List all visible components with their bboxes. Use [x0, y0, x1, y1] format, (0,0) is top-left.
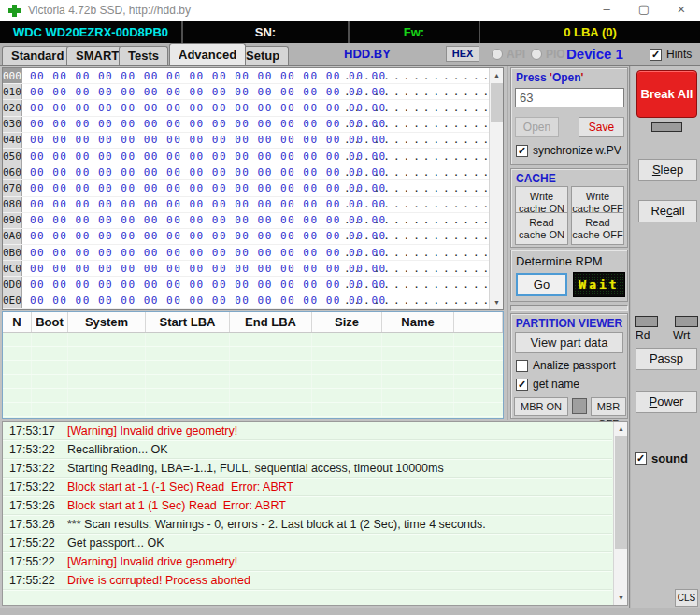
tab-tests[interactable]: Tests: [119, 46, 168, 65]
break-all-button[interactable]: Break All: [636, 70, 697, 118]
close-button[interactable]: ×: [663, 0, 700, 21]
partition-table-row[interactable]: [3, 389, 503, 403]
log-entry[interactable]: 17:53:22Block start at -1 (-1 Sec) Read …: [3, 478, 612, 496]
partition-table-cell: [382, 361, 454, 374]
log-scrollbar[interactable]: ▲ ▼: [613, 422, 627, 605]
hex-row[interactable]: 07000 00 00 00 00 00 00 00 00 00 00 00 0…: [3, 180, 490, 196]
tab-standard[interactable]: Standard: [2, 46, 73, 65]
hints-checkbox[interactable]: ✓: [650, 49, 662, 61]
hex-row[interactable]: 03000 00 00 00 00 00 00 00 00 00 00 00 0…: [3, 117, 490, 133]
hex-button[interactable]: HEX: [446, 46, 479, 62]
api-radio[interactable]: [492, 49, 503, 60]
hex-row[interactable]: 0E000 00 00 00 00 00 00 00 00 00 00 00 0…: [3, 293, 490, 309]
column-header-end-lba[interactable]: End LBA: [230, 312, 312, 332]
log-scrollbar-thumb[interactable]: [615, 436, 627, 549]
log-entry[interactable]: 17:53:26Block start at 1 (1 Sec) Read Er…: [3, 496, 612, 515]
maximize-button[interactable]: ▢: [625, 0, 663, 21]
hex-row[interactable]: 0D000 00 00 00 00 00 00 00 00 00 00 00 0…: [3, 277, 490, 293]
hex-row[interactable]: 0C000 00 00 00 00 00 00 00 00 00 00 00 0…: [3, 261, 490, 277]
log-entry[interactable]: 17:55:22Drive is corrupted! Process abor…: [3, 571, 612, 590]
pio-radio[interactable]: [531, 49, 542, 60]
scroll-up-icon[interactable]: ▲: [490, 68, 504, 82]
sound-checkbox[interactable]: ✓: [635, 452, 647, 465]
column-header-n[interactable]: N: [3, 312, 32, 332]
log-entry[interactable]: 17:53:22Starting Reading, LBA=-1..1, FUL…: [3, 459, 612, 478]
partition-table-cell: [32, 333, 68, 346]
column-header-boot[interactable]: Boot: [32, 312, 68, 332]
log-entry[interactable]: 17:53:26*** Scan results: Warnings - 0, …: [3, 515, 612, 534]
hex-row[interactable]: 0A000 00 00 00 00 00 00 00 00 00 00 00 0…: [3, 229, 490, 245]
sound-toggle[interactable]: ✓ sound: [635, 451, 688, 465]
hex-bytes: 00 00 00 00 00 00 00 00 00 00 00 00 00 0…: [22, 261, 336, 276]
log-entry[interactable]: 17:53:17[Warning] Invalid drive geometry…: [3, 422, 612, 440]
hex-row[interactable]: 0B000 00 00 00 00 00 00 00 00 00 00 00 0…: [3, 245, 490, 261]
hex-row[interactable]: 08000 00 00 00 00 00 00 00 00 00 00 00 0…: [3, 197, 490, 213]
read-cache-off-button[interactable]: Readcache OFF: [571, 212, 624, 245]
get-name-toggle[interactable]: ✓ get name: [516, 378, 579, 391]
mbr-off-button[interactable]: MBR OFF: [591, 397, 626, 416]
column-header-start-lba[interactable]: Start LBA: [146, 312, 230, 332]
hex-scrollbar-thumb[interactable]: [491, 83, 503, 122]
log-entry[interactable]: 17:55:22[Warning] Invalid drive geometry…: [3, 552, 612, 571]
clear-log-button[interactable]: CLS: [675, 589, 698, 607]
hex-address: 070: [3, 180, 22, 195]
log-scroll-down-icon[interactable]: ▼: [614, 591, 628, 605]
hex-row[interactable]: 09000 00 00 00 00 00 00 00 00 00 00 00 0…: [3, 213, 490, 229]
synchronize-checkbox[interactable]: ✓: [516, 145, 528, 157]
hex-address: 030: [3, 117, 22, 132]
hex-row[interactable]: 00000 00 00 00 00 00 00 00 00 00 00 00 0…: [3, 68, 490, 84]
device-selector[interactable]: Device 1: [566, 46, 623, 62]
mbr-on-button[interactable]: MBR ON: [514, 397, 568, 416]
hex-ascii: ................: [336, 70, 503, 82]
partition-table-row[interactable]: [3, 403, 503, 417]
hex-row[interactable]: 05000 00 00 00 00 00 00 00 00 00 00 00 0…: [3, 149, 490, 164]
save-button[interactable]: Save: [579, 117, 624, 137]
hex-row[interactable]: 01000 00 00 00 00 00 00 00 00 00 00 00 0…: [3, 84, 490, 100]
partition-table-cell: [3, 403, 32, 416]
partition-table-cell: [146, 375, 230, 388]
partition-table-cell: [3, 361, 32, 374]
read-cache-on-button[interactable]: Readcache ON: [515, 212, 568, 245]
log-scroll-up-icon[interactable]: ▲: [614, 422, 628, 436]
hex-scrollbar[interactable]: ▲ ▼: [489, 68, 503, 309]
analize-passport-toggle[interactable]: Analize passport: [516, 359, 616, 372]
rpm-display-text: Wait: [574, 273, 624, 296]
write-led-indicator: [675, 316, 698, 327]
analize-passport-checkbox[interactable]: [516, 360, 528, 372]
minimize-button[interactable]: –: [588, 0, 625, 21]
scroll-down-icon[interactable]: ▼: [490, 295, 504, 309]
hints-toggle[interactable]: ✓ Hints: [650, 48, 692, 61]
hex-row[interactable]: 04000 00 00 00 00 00 00 00 00 00 00 00 0…: [3, 133, 490, 149]
partition-table-cell: [32, 403, 68, 416]
hex-viewer[interactable]: 00000 00 00 00 00 00 00 00 00 00 00 00 0…: [2, 67, 504, 310]
partition-table-row[interactable]: [3, 347, 503, 361]
partition-table-row[interactable]: [3, 333, 503, 347]
partition-table-row[interactable]: [3, 361, 503, 375]
hex-row[interactable]: 06000 00 00 00 00 00 00 00 00 00 00 00 0…: [3, 164, 490, 180]
passport-button[interactable]: Passp: [636, 348, 697, 370]
synchronize-toggle[interactable]: ✓ synchronize w.PV: [516, 144, 621, 157]
column-header-size[interactable]: Size: [312, 312, 382, 332]
get-name-checkbox[interactable]: ✓: [516, 379, 528, 391]
go-button[interactable]: Go: [516, 273, 567, 296]
sleep-button[interactable]: Sleep: [638, 159, 697, 181]
partition-table-row[interactable]: [3, 375, 503, 389]
recall-button[interactable]: Recall: [638, 200, 697, 222]
log-entry[interactable]: 17:55:22Get passport... OK: [3, 534, 612, 552]
tab-advanced[interactable]: Advanced: [169, 43, 246, 65]
partition-table[interactable]: NBootSystemStart LBAEnd LBASizeName: [2, 311, 504, 419]
open-button[interactable]: Open: [515, 117, 559, 137]
hex-row[interactable]: 02000 00 00 00 00 00 00 00 00 00 00 00 0…: [3, 100, 490, 116]
sector-count-input[interactable]: 63: [515, 88, 624, 107]
log-timestamp: 17:53:22: [3, 462, 59, 475]
log-panel[interactable]: 17:53:17[Warning] Invalid drive geometry…: [2, 421, 628, 606]
power-button[interactable]: Power: [636, 391, 697, 413]
sound-label: sound: [651, 451, 688, 465]
column-header-system[interactable]: System: [68, 312, 146, 332]
log-entry[interactable]: 17:53:22Recallibration... OK: [3, 440, 612, 459]
log-message: Get passport... OK: [59, 536, 164, 550]
column-header-name[interactable]: Name: [382, 312, 454, 332]
log-message: Block start at -1 (-1 Sec) Read Error: A…: [59, 480, 293, 493]
view-part-data-button[interactable]: View part data: [515, 332, 623, 353]
partition-table-cell: [146, 333, 230, 346]
